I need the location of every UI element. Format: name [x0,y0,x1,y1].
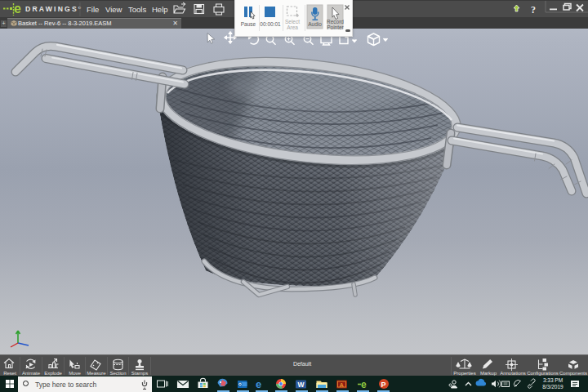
svg-text:e: e [256,378,261,390]
svg-text:A: A [340,381,345,389]
svg-text:P: P [381,381,386,389]
svg-text:DRAWINGS°: DRAWINGS° [25,5,83,13]
svg-text:e: e [361,379,367,390]
svg-text:?: ? [531,4,536,16]
svg-text:W: W [298,381,305,389]
svg-text:e: e [14,2,21,16]
